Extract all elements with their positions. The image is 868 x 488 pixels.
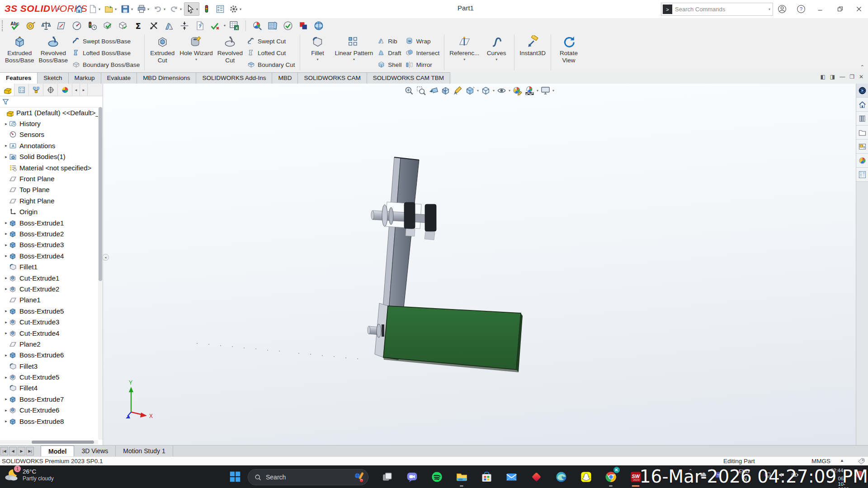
command-search-box[interactable]: > Search Commands ▾ bbox=[661, 3, 773, 16]
apply-scene-dropdown-icon[interactable]: ▾ bbox=[537, 89, 538, 93]
new-document-dropdown-icon[interactable]: ▾ bbox=[99, 7, 100, 11]
interference-detection-button[interactable] bbox=[87, 20, 98, 31]
reference-geometry-button[interactable]: Referenc...▾ bbox=[447, 35, 481, 62]
view-settings-dropdown-icon[interactable]: ▾ bbox=[552, 89, 554, 93]
tree-item-right-plane[interactable]: Right Plane bbox=[0, 195, 98, 206]
tree-item-plane1[interactable]: Plane1 bbox=[0, 295, 98, 305]
expand-arrow-icon[interactable]: ▸ bbox=[3, 122, 9, 126]
expand-arrow-icon[interactable]: ▸ bbox=[3, 375, 9, 380]
redo-dropdown-icon[interactable]: ▾ bbox=[180, 7, 182, 11]
tree-item-boss-extrude6[interactable]: ▸Boss-Extrude6 bbox=[0, 350, 98, 361]
boundary-boss-button[interactable]: Boundary Boss/Base bbox=[70, 59, 142, 70]
tree-root-item[interactable]: Part1 (Default) <<Default>_ bbox=[0, 107, 98, 118]
doc-tab-model[interactable]: Model bbox=[41, 446, 74, 457]
design-library-tab[interactable] bbox=[856, 112, 868, 126]
tree-item-plane2[interactable]: Plane2 bbox=[0, 338, 98, 349]
view-settings-button[interactable] bbox=[540, 85, 551, 96]
select-cursor-dropdown-icon[interactable]: ▾ bbox=[196, 7, 198, 11]
tree-item-sensors[interactable]: Sensors bbox=[0, 129, 98, 140]
rotate-view-button[interactable]: Rotate View bbox=[554, 35, 584, 70]
performance-lights-button[interactable] bbox=[200, 2, 213, 16]
section-properties-button[interactable] bbox=[56, 20, 67, 31]
tab-markup[interactable]: Markup bbox=[68, 72, 101, 84]
linear-pattern-button[interactable]: Linear Pattern▾ bbox=[333, 35, 376, 62]
tree-item-boss-extrude5[interactable]: ▸Boss-Extrude5 bbox=[0, 305, 98, 316]
tree-item-top-plane[interactable]: Top Plane bbox=[0, 184, 98, 195]
tree-item-fillet4[interactable]: Fillet4 bbox=[0, 383, 98, 394]
tab-nav-2[interactable]: ▶ bbox=[18, 447, 25, 455]
restore-doc-icon[interactable]: ❐ bbox=[849, 74, 854, 80]
diamond-app-taskbar-button[interactable] bbox=[528, 469, 544, 485]
doc-tab-3d-views[interactable]: 3D Views bbox=[74, 446, 116, 457]
intersect-button[interactable]: Intersect bbox=[403, 47, 441, 59]
tree-item-cut-extrude5[interactable]: ▸Cut-Extrude5 bbox=[0, 371, 98, 382]
scroll-right-icon[interactable]: ▸ bbox=[80, 84, 88, 96]
hole-wizard-button[interactable]: Hole Wizard▾ bbox=[177, 35, 215, 62]
tab-solidworks-add-ins[interactable]: SOLIDWORKS Add-Ins bbox=[196, 72, 272, 84]
deviation-analysis-button[interactable] bbox=[148, 20, 159, 31]
interconnect-globe-button[interactable] bbox=[313, 20, 324, 31]
visualization-button[interactable] bbox=[252, 20, 263, 31]
spellcheck-button[interactable]: Abc bbox=[10, 20, 21, 31]
tree-item-solid-bodies-1-[interactable]: ▸Solid Bodies(1) bbox=[0, 151, 98, 162]
save-button[interactable]: ▾ bbox=[119, 2, 134, 16]
view-orientation-dropdown-icon[interactable]: ▾ bbox=[477, 89, 479, 93]
tree-item-cut-extrude6[interactable]: ▸Cut-Extrude6 bbox=[0, 405, 98, 416]
tree-item-boss-extrude1[interactable]: ▸Boss-Extrude1 bbox=[0, 217, 98, 228]
hide-show-items-dropdown-icon[interactable]: ▾ bbox=[509, 89, 510, 93]
section-view-button[interactable] bbox=[440, 85, 451, 96]
revolved-cut-button[interactable]: Revolved Cut bbox=[215, 35, 245, 70]
feature-manager-tab[interactable] bbox=[0, 84, 14, 96]
curves-button[interactable]: Curves▾ bbox=[481, 35, 511, 62]
appearances-tab[interactable] bbox=[856, 154, 868, 168]
shell-button[interactable]: Shell bbox=[375, 59, 403, 70]
dimxpert-manager-tab[interactable] bbox=[43, 84, 58, 96]
tree-item-front-plane[interactable]: Front Plane bbox=[0, 173, 98, 184]
chat-taskbar-button[interactable] bbox=[404, 469, 420, 485]
instant3d-button[interactable]: Instant3D bbox=[517, 35, 548, 62]
edit-appearance-button[interactable] bbox=[512, 85, 523, 96]
zoom-area-button[interactable] bbox=[416, 85, 426, 96]
mail-taskbar-button[interactable] bbox=[503, 469, 519, 485]
chrome-taskbar-button[interactable]: K bbox=[603, 469, 619, 485]
tree-item-boss-extrude3[interactable]: ▸Boss-Extrude3 bbox=[0, 239, 98, 250]
expand-arrow-icon[interactable]: ▸ bbox=[3, 221, 9, 225]
expand-arrow-icon[interactable]: ▸ bbox=[3, 419, 9, 423]
tab-nav-1[interactable]: ◀ bbox=[9, 447, 17, 455]
tree-vertical-scrollbar[interactable] bbox=[98, 107, 103, 440]
fillet-big-button[interactable]: Fillet▾ bbox=[303, 35, 333, 62]
tab-solidworks-cam-tbm[interactable]: SOLIDWORKS CAM TBM bbox=[367, 72, 450, 84]
logo-expand-arrow-icon[interactable]: ▸ bbox=[57, 5, 60, 12]
swept-cut-button[interactable]: Swept Cut bbox=[245, 35, 297, 47]
units-caret-icon[interactable]: ▲ bbox=[840, 458, 844, 463]
simulation-stack-button[interactable] bbox=[267, 20, 278, 31]
pin-left-icon[interactable]: ◧ bbox=[820, 74, 825, 80]
dropdown-caret-icon[interactable]: ▾ bbox=[224, 23, 226, 28]
toolbar-grip[interactable] bbox=[2, 20, 5, 31]
tree-item-cut-extrude1[interactable]: ▸Cut-Extrude1 bbox=[0, 272, 98, 283]
tab-mbd-dimensions[interactable]: MBD Dimensions bbox=[137, 72, 196, 84]
print-dropdown-icon[interactable]: ▾ bbox=[147, 7, 149, 11]
properties-panel-button[interactable] bbox=[214, 2, 226, 16]
equations-button[interactable]: Σ bbox=[133, 20, 144, 31]
minimize-doc-icon[interactable]: — bbox=[840, 74, 845, 80]
search-icon[interactable] bbox=[760, 5, 768, 14]
fillet-big-dropdown-icon[interactable]: ▾ bbox=[317, 57, 319, 62]
pin-right-icon[interactable]: ◨ bbox=[830, 74, 835, 80]
expand-arrow-icon[interactable]: ▸ bbox=[3, 331, 9, 335]
tag-icon[interactable] bbox=[857, 457, 865, 465]
thickness-analysis-button[interactable] bbox=[179, 20, 190, 31]
expand-arrow-icon[interactable]: ▸ bbox=[3, 286, 9, 291]
options-gear-dropdown-icon[interactable]: ▾ bbox=[240, 7, 241, 11]
display-style-dropdown-icon[interactable]: ▾ bbox=[493, 89, 495, 93]
expand-arrow-icon[interactable]: ▸ bbox=[3, 276, 9, 280]
linear-pattern-dropdown-icon[interactable]: ▾ bbox=[353, 57, 355, 62]
custom-properties-tab[interactable] bbox=[856, 168, 868, 182]
revolved-boss-button[interactable]: Revolved Boss/Base bbox=[37, 35, 71, 70]
home-button[interactable] bbox=[73, 2, 85, 16]
swept-boss-button[interactable]: Swept Boss/Base bbox=[70, 35, 142, 47]
tree-vscroll-thumb[interactable] bbox=[99, 107, 102, 281]
lofted-boss-button[interactable]: Lofted Boss/Base bbox=[70, 47, 142, 59]
snapchat-taskbar-button[interactable] bbox=[578, 469, 594, 485]
restore-button[interactable] bbox=[835, 4, 845, 14]
